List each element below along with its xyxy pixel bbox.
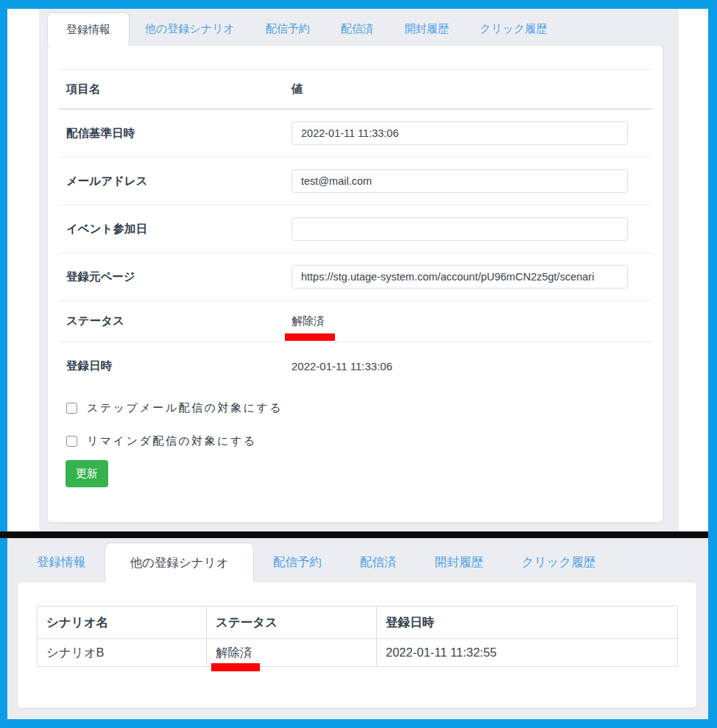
delivery-base-datetime-input[interactable] (292, 121, 628, 145)
annotated-screenshot-stage: 登録情報 他の登録シナリオ 配信予約 配信済 開封履歴 クリック履歴 項目名 値… (0, 0, 717, 728)
reminder-target-checkbox-row[interactable]: リマインダ配信の対象にする (66, 434, 663, 448)
form-row-registered-datetime: 登録日時 2022-01-11 11:33:06 (59, 342, 652, 389)
stepmail-target-checkbox-label: ステップメール配信の対象にする (87, 401, 283, 415)
stepmail-target-checkbox[interactable] (66, 403, 77, 414)
form-header-row: 項目名 値 (59, 69, 652, 110)
scenario-date-cell: 2022-01-11 11:32:55 (377, 639, 678, 667)
reminder-target-checkbox[interactable] (66, 436, 77, 447)
tab-click-history[interactable]: クリック履歴 (503, 543, 615, 582)
tab-other-scenarios[interactable]: 他の登録シナリオ (130, 13, 250, 46)
field-label: 配信基準日時 (59, 126, 292, 141)
update-button[interactable]: 更新 (66, 460, 108, 487)
col-header-status: ステータス (207, 607, 377, 639)
other-scenarios-card: シナリオ名 ステータス 登録日時 シナリオB 解除済 2022-01-11 11… (17, 582, 697, 708)
column-header-item-name: 項目名 (59, 82, 292, 97)
tab-registration-info[interactable]: 登録情報 (37, 543, 105, 582)
reminder-target-checkbox-label: リマインダ配信の対象にする (87, 434, 257, 448)
tab-delivered[interactable]: 配信済 (325, 13, 389, 46)
tab-delivery-scheduled[interactable]: 配信予約 (254, 543, 341, 582)
tab-open-history[interactable]: 開封履歴 (389, 13, 465, 46)
col-header-registered-datetime: 登録日時 (377, 607, 678, 639)
tab-click-history[interactable]: クリック履歴 (465, 13, 562, 46)
source-page-url-input[interactable] (292, 265, 628, 289)
scenario-status-cell: 解除済 (207, 639, 377, 667)
registered-datetime-value: 2022-01-11 11:33:06 (292, 360, 652, 372)
field-label: ステータス (59, 314, 292, 329)
tab-open-history[interactable]: 開封履歴 (416, 543, 503, 582)
registration-form: 項目名 値 配信基準日時 メールアドレス イベント参加日 (59, 69, 652, 389)
form-row-delivery-base-datetime: 配信基準日時 (59, 110, 652, 158)
form-row-source-page: 登録元ページ (59, 253, 652, 301)
tab-other-scenarios[interactable]: 他の登録シナリオ (105, 543, 254, 582)
scenario-table-row: シナリオB 解除済 2022-01-11 11:32:55 (38, 639, 678, 667)
status-value: 解除済 (216, 646, 252, 659)
field-label: 登録元ページ (59, 269, 292, 285)
top-tab-bar: 登録情報 他の登録シナリオ 配信予約 配信済 開封履歴 クリック履歴 (47, 13, 562, 46)
form-row-event-date: イベント参加日 (59, 205, 652, 253)
screenshot-divider-bar (0, 531, 708, 538)
scenario-table: シナリオ名 ステータス 登録日時 シナリオB 解除済 2022-01-11 11… (37, 606, 678, 667)
tab-delivered[interactable]: 配信済 (341, 543, 416, 582)
status-value: 解除済 (292, 314, 325, 327)
column-header-value: 値 (292, 82, 652, 97)
field-label: 登録日時 (59, 358, 292, 374)
red-underline-annotation (211, 663, 260, 671)
form-row-status: ステータス 解除済 (59, 301, 652, 342)
field-label: イベント参加日 (59, 222, 292, 237)
form-row-email: メールアドレス (59, 158, 652, 205)
email-input[interactable] (292, 169, 628, 193)
registration-info-card: 項目名 値 配信基準日時 メールアドレス イベント参加日 (47, 45, 663, 523)
col-header-scenario-name: シナリオ名 (38, 607, 207, 639)
tab-delivery-scheduled[interactable]: 配信予約 (250, 13, 325, 46)
event-date-input[interactable] (292, 217, 628, 241)
stepmail-target-checkbox-row[interactable]: ステップメール配信の対象にする (66, 401, 663, 415)
tab-registration-info[interactable]: 登録情報 (47, 13, 130, 46)
scenario-name-cell: シナリオB (38, 639, 207, 667)
scenario-table-header-row: シナリオ名 ステータス 登録日時 (38, 607, 678, 639)
field-label: メールアドレス (59, 174, 292, 189)
bottom-tab-bar: 登録情報 他の登録シナリオ 配信予約 配信済 開封履歴 クリック履歴 (37, 543, 615, 582)
red-underline-annotation (285, 333, 335, 341)
